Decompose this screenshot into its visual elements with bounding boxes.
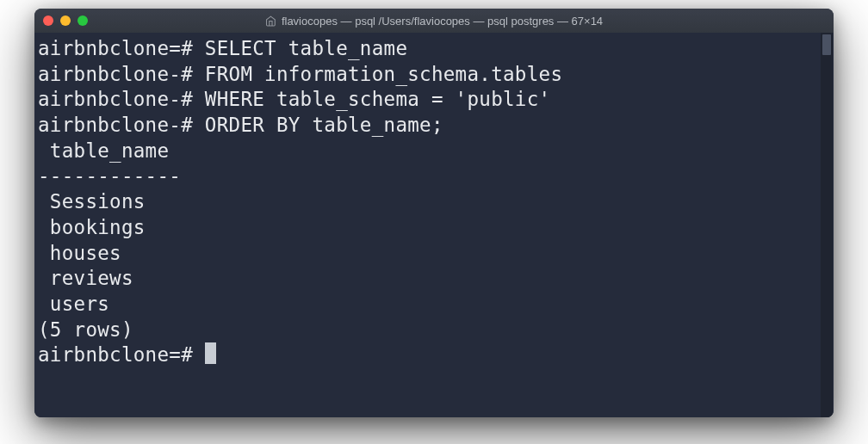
window-title-text: flaviocopes — psql /Users/flaviocopes — … (282, 15, 603, 28)
terminal-line: bookings (38, 215, 834, 241)
scrollbar-track[interactable] (821, 33, 833, 417)
scrollbar-thumb[interactable] (822, 34, 831, 55)
terminal-window: flaviocopes — psql /Users/flaviocopes — … (34, 9, 834, 417)
home-icon (265, 15, 276, 27)
terminal-line: table_name (38, 139, 834, 164)
terminal-line: houses (38, 241, 834, 267)
window-controls (43, 15, 88, 26)
terminal-line: airbnbclone-# WHERE table_schema = 'publ… (38, 87, 834, 113)
terminal-line: Sessions (38, 189, 834, 215)
minimize-button[interactable] (60, 15, 71, 26)
maximize-button[interactable] (78, 15, 88, 26)
terminal-body[interactable]: airbnbclone=# SELECT table_name airbnbcl… (34, 33, 834, 417)
terminal-line: airbnbclone-# FROM information_schema.ta… (38, 62, 834, 88)
titlebar[interactable]: flaviocopes — psql /Users/flaviocopes — … (34, 9, 834, 33)
close-button[interactable] (43, 15, 53, 26)
window-title: flaviocopes — psql /Users/flaviocopes — … (265, 15, 603, 28)
terminal-prompt: airbnbclone=# (38, 343, 205, 366)
terminal-line: users (38, 292, 834, 318)
terminal-cursor (205, 342, 216, 364)
terminal-line: reviews (38, 266, 834, 292)
terminal-line: ------------ (38, 163, 834, 189)
terminal-line: airbnbclone-# ORDER BY table_name; (38, 113, 834, 139)
terminal-line: (5 rows) (38, 318, 834, 343)
terminal-line: airbnbclone=# SELECT table_name (38, 36, 834, 62)
terminal-prompt-line: airbnbclone=# (38, 342, 834, 368)
